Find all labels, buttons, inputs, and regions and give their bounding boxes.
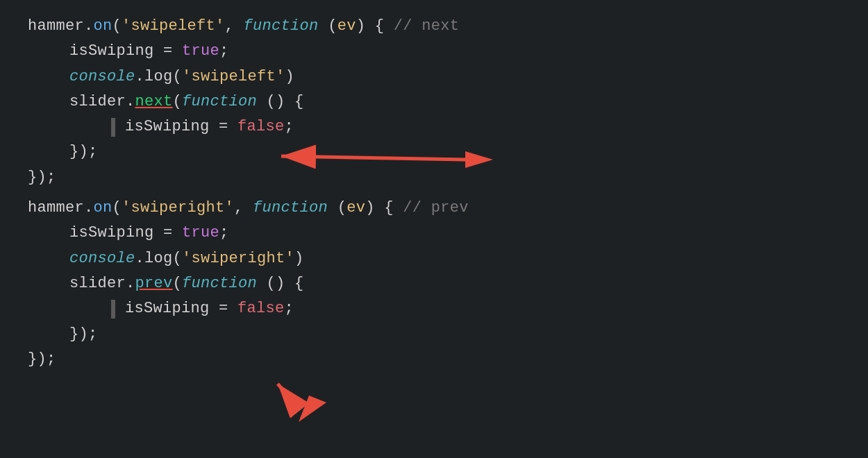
code-token: .log( (135, 65, 183, 90)
code-token: false (237, 114, 285, 139)
code-token: isSwiping (125, 296, 219, 321)
code-token: ; (219, 39, 229, 64)
code-line-13: }); (28, 322, 840, 347)
code-token: function (253, 196, 328, 221)
code-token: isSwiping (69, 39, 163, 64)
code-token: ev (337, 14, 356, 39)
code-line-7: }); (28, 165, 840, 190)
gutter-bar (111, 118, 115, 136)
code-token: on (94, 196, 112, 221)
code-token: 'swiperight' (122, 196, 234, 221)
code-token: // prev (403, 196, 469, 221)
code-token: function (182, 90, 257, 114)
code-token: false (237, 296, 285, 321)
code-line-8: hammer.on('swiperight', function (ev) { … (28, 196, 840, 221)
gutter-bar (111, 300, 115, 318)
code-token: ) { (365, 196, 403, 221)
code-line-3: console.log('swipeleft') (28, 65, 840, 90)
code-line-11: slider.prev(function () { (28, 271, 840, 296)
code-token: isSwiping (69, 221, 163, 246)
code-token: console (69, 65, 135, 90)
code-token: ( (173, 90, 183, 114)
code-token: = (219, 296, 237, 321)
code-token: prev (135, 271, 173, 296)
code-token: console (69, 246, 135, 271)
svg-marker-5 (299, 396, 326, 422)
code-token: on (94, 14, 112, 39)
code-token: . (84, 14, 94, 39)
code-token: ev (347, 196, 365, 221)
code-line-9: isSwiping = true; (28, 221, 840, 246)
code-content: hammer.on('swipeleft', function (ev) { /… (28, 14, 840, 372)
code-token: () { (257, 271, 304, 296)
code-token: }); (69, 139, 98, 164)
code-line-14: }); (28, 347, 840, 372)
code-token: ; (285, 114, 294, 139)
code-token: . (84, 196, 94, 221)
code-token: 'swiperight' (182, 246, 294, 271)
code-token: ; (219, 221, 229, 246)
code-token: next (135, 90, 173, 114)
code-line-1: hammer.on('swipeleft', function (ev) { /… (28, 14, 840, 39)
code-token: , (234, 196, 253, 221)
code-token: .log( (135, 246, 183, 271)
code-token: // next (394, 14, 460, 39)
code-token: ( (173, 271, 183, 296)
code-token: hammer (28, 196, 84, 221)
code-token: true (182, 39, 219, 64)
code-token: () { (257, 90, 304, 114)
code-token: function (244, 14, 319, 39)
code-spacer (28, 190, 840, 196)
code-line-6: }); (28, 139, 840, 164)
code-token: isSwiping (125, 114, 219, 139)
code-editor: hammer.on('swipeleft', function (ev) { /… (0, 0, 868, 458)
code-token: ( (319, 14, 337, 39)
code-line-4: slider.next(function () { (28, 90, 840, 114)
code-token: 'swipeleft' (182, 65, 285, 90)
code-token: slider. (69, 90, 135, 114)
code-token: }); (28, 165, 56, 190)
code-token: ; (285, 296, 294, 321)
code-token: = (163, 39, 182, 64)
code-line-10: console.log('swiperight') (28, 246, 840, 271)
code-token: ( (112, 14, 122, 39)
code-token: ) (285, 65, 295, 90)
code-token: ) { (356, 14, 394, 39)
code-token: slider. (69, 271, 135, 296)
code-token: 'swipeleft' (122, 14, 225, 39)
code-token: ) (294, 246, 304, 271)
code-token: = (219, 114, 237, 139)
code-token: }); (69, 322, 98, 347)
code-token: ( (112, 196, 122, 221)
code-token: function (182, 271, 257, 296)
code-token: , (225, 14, 244, 39)
code-token: hammer (28, 14, 84, 39)
code-token: true (182, 221, 219, 246)
code-line-5: isSwiping = false; (28, 114, 840, 139)
code-token: ( (328, 196, 347, 221)
code-line-2: isSwiping = true; (28, 39, 840, 64)
code-token: = (163, 221, 182, 246)
code-line-12: isSwiping = false; (28, 296, 840, 321)
svg-line-4 (278, 384, 299, 409)
code-token: }); (28, 347, 56, 372)
